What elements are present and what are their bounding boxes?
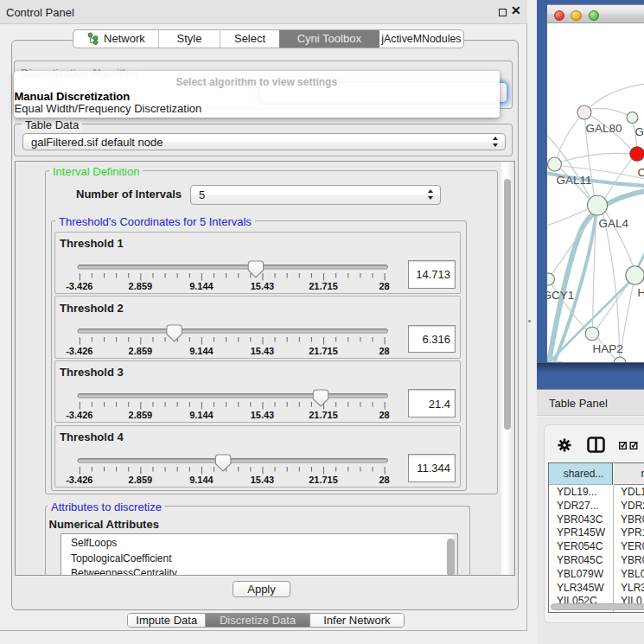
svg-text:HAP2: HAP2	[592, 342, 622, 355]
svg-text:G.: G.	[634, 125, 644, 138]
svg-text:GAL80: GAL80	[585, 122, 622, 135]
svg-text:GAL11: GAL11	[556, 174, 591, 187]
svg-text:C: C	[637, 166, 644, 179]
svg-text:GCY1: GCY1	[547, 289, 574, 302]
svg-text:H: H	[637, 286, 644, 299]
svg-text:GAL4: GAL4	[598, 217, 628, 230]
